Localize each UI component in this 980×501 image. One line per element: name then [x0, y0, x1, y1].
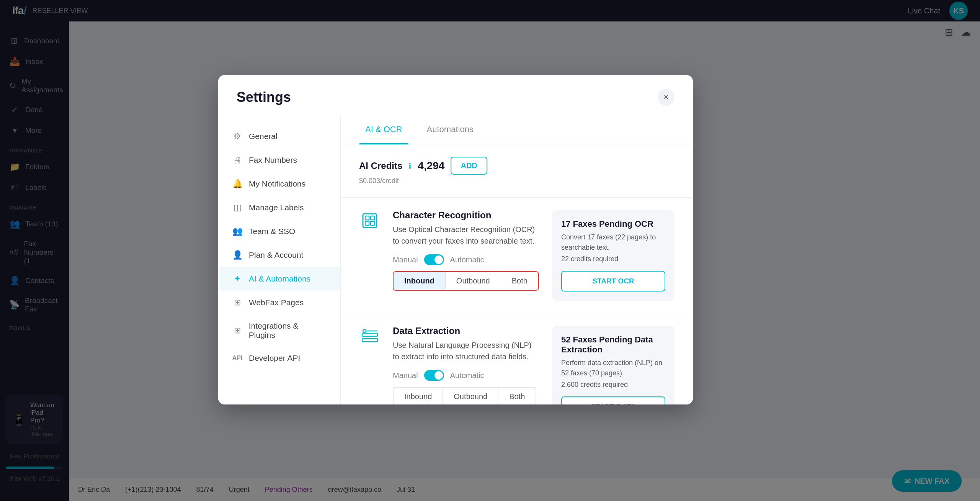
settings-sidebar: ⚙ General 🖨 Fax Numbers 🔔 My Notificatio… — [218, 115, 341, 404]
start-ocr-button[interactable]: START OCR — [561, 271, 665, 291]
tab-ai-ocr[interactable]: AI & OCR — [359, 115, 408, 144]
settings-nav-integrations[interactable]: ⊞ Integrations & Plugins — [218, 314, 340, 347]
settings-nav-manage-labels[interactable]: ◫ Manage Labels — [218, 196, 340, 219]
general-icon: ⚙ — [232, 131, 243, 141]
modal-title: Settings — [237, 89, 291, 105]
settings-nav-label-manage-labels: Manage Labels — [249, 203, 304, 212]
nlp-pending-title: 52 Faxes Pending Data Extraction — [561, 335, 665, 355]
settings-nav-general[interactable]: ⚙ General — [218, 124, 340, 148]
settings-tabs: AI & OCR Automations — [341, 115, 693, 144]
settings-content: AI & OCR Automations AI Credits ℹ 4,294 … — [341, 115, 693, 404]
settings-nav-label-notifications: My Notifications — [249, 179, 305, 188]
nlp-icon — [359, 326, 381, 347]
nlp-pending-card-container: 52 Faxes Pending Data Extraction Perform… — [552, 326, 675, 404]
svg-rect-4 — [371, 221, 374, 225]
modal-close-button[interactable]: × — [658, 89, 675, 106]
nlp-pending-credits: 2,600 credits required — [561, 381, 665, 389]
settings-nav-developer-api[interactable]: API Developer API — [218, 347, 340, 370]
start-data-extraction-button[interactable]: START DATA EXTRACTION — [561, 396, 665, 404]
nlp-pending-desc: Perform data extraction (NLP) on 52 faxe… — [561, 358, 665, 378]
ocr-direction-outbound[interactable]: Outbound — [446, 272, 501, 290]
credits-sub-label: $0.003/credit — [359, 177, 675, 185]
nlp-direction-both[interactable]: Both — [498, 388, 536, 404]
fax-numbers-settings-icon: 🖨 — [232, 155, 243, 165]
ai-automations-icon: ✦ — [232, 274, 243, 284]
settings-nav-label-developer-api: Developer API — [249, 354, 300, 363]
modal-body: ⚙ General 🖨 Fax Numbers 🔔 My Notificatio… — [218, 115, 693, 404]
nlp-direction-outbound[interactable]: Outbound — [443, 388, 498, 404]
settings-nav-label-webfax: WebFax Pages — [249, 298, 304, 307]
settings-nav-label-plan-account: Plan & Account — [249, 250, 303, 260]
ocr-icon — [359, 210, 381, 231]
ocr-direction-both[interactable]: Both — [501, 272, 538, 290]
settings-nav-label-ai-automations: AI & Automations — [249, 274, 310, 283]
nlp-manual-label: Manual — [393, 371, 418, 380]
nlp-toggle[interactable] — [424, 370, 444, 381]
svg-rect-5 — [362, 333, 377, 336]
integrations-icon: ⊞ — [232, 326, 243, 336]
team-sso-icon: 👥 — [232, 226, 243, 236]
settings-nav-fax-numbers[interactable]: 🖨 Fax Numbers — [218, 148, 340, 172]
nlp-toggle-row: Manual Automatic — [393, 370, 540, 381]
tab-automations-label: Automations — [427, 124, 474, 134]
ocr-pending-desc: Convert 17 faxes (22 pages) to searchabl… — [561, 232, 665, 253]
add-credits-button[interactable]: ADD — [451, 157, 487, 175]
ocr-toggle[interactable] — [424, 254, 444, 265]
modal-header: Settings × — [218, 75, 693, 115]
ocr-direction-selector: Inbound Outbound Both — [393, 271, 539, 291]
ocr-pending-credits: 22 credits required — [561, 255, 665, 263]
nlp-direction-selector: Inbound Outbound Both — [393, 387, 536, 404]
ai-credits-value: 4,294 — [418, 160, 444, 172]
nlp-description: Use Natural Language Processing (NLP) to… — [393, 339, 540, 362]
tab-automations[interactable]: Automations — [421, 115, 480, 144]
svg-rect-6 — [362, 339, 377, 342]
manage-labels-icon: ◫ — [232, 203, 243, 213]
nlp-automatic-label: Automatic — [450, 371, 484, 380]
ocr-pending-card: 17 Faxes Pending OCR Convert 17 faxes (2… — [552, 210, 675, 301]
settings-nav-team-sso[interactable]: 👥 Team & SSO — [218, 219, 340, 243]
settings-nav-label-fax-numbers: Fax Numbers — [249, 156, 297, 165]
settings-modal: Settings × ⚙ General 🖨 Fax Numbers — [218, 75, 693, 404]
settings-nav-webfax[interactable]: ⊞ WebFax Pages — [218, 291, 340, 314]
settings-nav-ai-automations[interactable]: ✦ AI & Automations — [218, 267, 340, 291]
ocr-toggle-row: Manual Automatic — [393, 254, 540, 265]
ai-credits-section: AI Credits ℹ 4,294 ADD $0.003/credit — [341, 144, 693, 198]
settings-nav-label-integrations: Integrations & Plugins — [249, 321, 327, 340]
ai-credits-label: AI Credits — [359, 160, 402, 171]
ocr-pending-card-container: 17 Faxes Pending OCR Convert 17 faxes (2… — [552, 210, 675, 301]
nlp-pending-card: 52 Faxes Pending Data Extraction Perform… — [552, 326, 675, 404]
nlp-direction-inbound[interactable]: Inbound — [394, 388, 443, 404]
notifications-icon: 🔔 — [232, 179, 243, 189]
settings-nav-label-team-sso: Team & SSO — [249, 227, 295, 236]
modal-overlay: Settings × ⚙ General 🖨 Fax Numbers — [0, 0, 980, 501]
svg-point-7 — [363, 329, 366, 332]
nlp-title: Data Extraction — [393, 326, 540, 336]
plan-account-icon: 👤 — [232, 250, 243, 260]
webfax-icon: ⊞ — [232, 298, 243, 308]
svg-rect-3 — [365, 221, 369, 225]
settings-nav-plan-account[interactable]: 👤 Plan & Account — [218, 243, 340, 267]
ocr-title: Character Recognition — [393, 210, 540, 221]
ocr-description: Use Optical Character Recognition (OCR) … — [393, 224, 540, 247]
ocr-manual-label: Manual — [393, 255, 418, 264]
ocr-automatic-label: Automatic — [450, 255, 484, 264]
svg-rect-1 — [365, 216, 369, 220]
ocr-direction-inbound[interactable]: Inbound — [394, 272, 446, 290]
settings-nav-my-notifications[interactable]: 🔔 My Notifications — [218, 172, 340, 196]
character-recognition-section: Character Recognition Use Optical Charac… — [341, 198, 693, 313]
character-recognition-main: Character Recognition Use Optical Charac… — [393, 210, 540, 301]
data-extraction-main: Data Extraction Use Natural Language Pro… — [393, 326, 540, 404]
ai-credits-info-icon[interactable]: ℹ — [408, 161, 412, 170]
tab-ai-ocr-label: AI & OCR — [365, 124, 402, 134]
developer-api-icon: API — [232, 355, 243, 362]
ocr-pending-title: 17 Faxes Pending OCR — [561, 219, 665, 229]
settings-nav-label-general: General — [249, 132, 278, 141]
data-extraction-section: Data Extraction Use Natural Language Pro… — [341, 313, 693, 404]
svg-rect-2 — [371, 216, 374, 220]
